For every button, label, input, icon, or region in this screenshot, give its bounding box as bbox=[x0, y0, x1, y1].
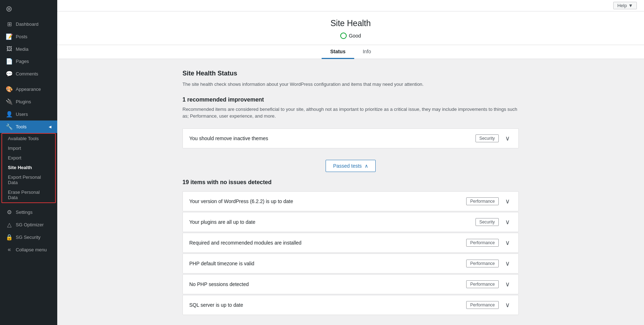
passed-items-list: Your version of WordPress (6.2.2) is up … bbox=[182, 191, 519, 315]
sidebar-item-plugins[interactable]: 🔌 Plugins bbox=[0, 95, 57, 108]
passed-tests-arrow: ∧ bbox=[365, 163, 368, 169]
sidebar-item-tools[interactable]: 🔧 Tools ◀ bbox=[0, 120, 57, 133]
passed-item-tag: Performance bbox=[466, 197, 499, 205]
status-text: Good bbox=[349, 33, 361, 39]
pages-icon: 📄 bbox=[6, 58, 13, 65]
passed-item-tag: Performance bbox=[466, 260, 499, 267]
passed-item-row-sql: SQL server is up to date Performance ∨ bbox=[182, 295, 519, 315]
content-body: Site Health Status The site health check… bbox=[175, 59, 526, 325]
passed-item-label: SQL server is up to date bbox=[189, 302, 462, 308]
submenu-erase-personal-data[interactable]: Erase Personal Data bbox=[2, 187, 55, 202]
sidebar-item-appearance[interactable]: 🎨 Appearance bbox=[0, 83, 57, 95]
page-title: Site Health bbox=[57, 19, 644, 28]
passed-item-expand-button[interactable]: ∨ bbox=[503, 259, 512, 268]
sidebar-item-media[interactable]: 🖼 Media bbox=[0, 43, 57, 55]
recommended-description: Recommended items are considered benefic… bbox=[182, 106, 519, 120]
sg-optimizer-icon: △ bbox=[6, 221, 13, 228]
passed-item-expand-button[interactable]: ∨ bbox=[503, 238, 512, 247]
tabs: Status Info bbox=[57, 45, 644, 59]
submenu-available-tools[interactable]: Available Tools bbox=[2, 134, 55, 143]
passed-item-expand-button[interactable]: ∨ bbox=[503, 280, 512, 289]
passed-item-expand-button[interactable]: ∨ bbox=[503, 300, 512, 310]
issues-list: You should remove inactive themes Securi… bbox=[182, 128, 519, 148]
appearance-icon: 🎨 bbox=[6, 86, 13, 93]
tools-icon: 🔧 bbox=[6, 123, 13, 130]
comments-icon: 💬 bbox=[6, 70, 13, 77]
status-indicator: Good bbox=[340, 33, 361, 39]
status-dot bbox=[340, 33, 347, 39]
submenu-import[interactable]: Import bbox=[2, 143, 55, 153]
passed-item-row-php-sessions: No PHP sessions detected Performance ∨ bbox=[182, 274, 519, 294]
submenu-site-health[interactable]: Site Health bbox=[2, 163, 55, 172]
passed-item-label: Your version of WordPress (6.2.2) is up … bbox=[189, 198, 462, 204]
sidebar-item-sg-optimizer[interactable]: △ SG Optimizer bbox=[0, 218, 57, 231]
passed-item-expand-button[interactable]: ∨ bbox=[503, 217, 512, 227]
no-issues-title: 19 items with no issues detected bbox=[182, 179, 519, 186]
passed-item-row-plugins: Your plugins are all up to date Security… bbox=[182, 212, 519, 232]
passed-item-tag: Security bbox=[475, 218, 499, 226]
media-icon: 🖼 bbox=[6, 46, 13, 52]
passed-item-label: Your plugins are all up to date bbox=[189, 219, 471, 225]
passed-item-row-wp-version: Your version of WordPress (6.2.2) is up … bbox=[182, 191, 519, 211]
passed-item-tag: Performance bbox=[466, 280, 499, 288]
sg-security-icon: 🔒 bbox=[6, 234, 13, 241]
sidebar-item-sg-security[interactable]: 🔒 SG Security bbox=[0, 231, 57, 243]
section-title: Site Health Status bbox=[182, 70, 519, 77]
passed-item-label: Required and recommended modules are ins… bbox=[189, 240, 462, 246]
passed-item-label: No PHP sessions detected bbox=[189, 281, 462, 287]
plugins-icon: 🔌 bbox=[6, 98, 13, 105]
collapse-icon: « bbox=[6, 246, 13, 253]
sidebar-item-users[interactable]: 👤 Users bbox=[0, 108, 57, 120]
page-header: Site Health Good Status Info bbox=[57, 11, 644, 59]
sidebar-item-collapse-menu[interactable]: « Collapse menu bbox=[0, 243, 57, 256]
dashboard-icon: ⊞ bbox=[6, 21, 13, 28]
passed-tests-button[interactable]: Passed tests ∧ bbox=[326, 160, 376, 172]
issue-expand-button[interactable]: ∨ bbox=[503, 134, 512, 143]
sidebar: ⊛ ⊞ Dashboard 📝 Posts 🖼 Media 📄 Pages 💬 … bbox=[0, 0, 57, 325]
tab-status[interactable]: Status bbox=[322, 45, 354, 59]
issue-label: You should remove inactive themes bbox=[189, 136, 471, 141]
passed-item-tag: Performance bbox=[466, 239, 499, 247]
help-button[interactable]: Help ▼ bbox=[613, 2, 637, 9]
sidebar-item-comments[interactable]: 💬 Comments bbox=[0, 68, 57, 80]
passed-item-label: PHP default timezone is valid bbox=[189, 261, 462, 266]
wp-logo: ⊛ bbox=[0, 0, 57, 18]
sidebar-item-settings[interactable]: ⚙ Settings bbox=[0, 206, 57, 218]
section-description: The site health check shows information … bbox=[182, 81, 519, 88]
passed-item-expand-button[interactable]: ∨ bbox=[503, 197, 512, 206]
tools-submenu: Available Tools Import Export Site Healt… bbox=[1, 133, 56, 203]
recommended-title: 1 recommended improvement bbox=[182, 97, 519, 103]
posts-icon: 📝 bbox=[6, 33, 13, 40]
issue-row: You should remove inactive themes Securi… bbox=[182, 128, 519, 148]
issue-tag-security: Security bbox=[475, 134, 499, 142]
submenu-export-personal-data[interactable]: Export Personal Data bbox=[2, 172, 55, 187]
tab-info[interactable]: Info bbox=[354, 45, 380, 59]
passed-tests-section: Passed tests ∧ bbox=[182, 160, 519, 172]
sidebar-item-pages[interactable]: 📄 Pages bbox=[0, 55, 57, 68]
content-area: Site Health Good Status Info Site Health… bbox=[57, 11, 644, 325]
sidebar-item-dashboard[interactable]: ⊞ Dashboard bbox=[0, 18, 57, 30]
tools-arrow: ◀ bbox=[49, 125, 52, 129]
sidebar-item-posts[interactable]: 📝 Posts bbox=[0, 30, 57, 43]
submenu-export[interactable]: Export bbox=[2, 153, 55, 163]
passed-item-row-modules: Required and recommended modules are ins… bbox=[182, 233, 519, 253]
passed-item-tag: Performance bbox=[466, 301, 499, 309]
passed-item-row-php-timezone: PHP default timezone is valid Performanc… bbox=[182, 253, 519, 274]
users-icon: 👤 bbox=[6, 111, 13, 118]
topbar: Help ▼ bbox=[57, 0, 644, 11]
main-content: Help ▼ Site Health Good Status Info Site bbox=[57, 0, 644, 325]
settings-icon: ⚙ bbox=[6, 209, 13, 216]
